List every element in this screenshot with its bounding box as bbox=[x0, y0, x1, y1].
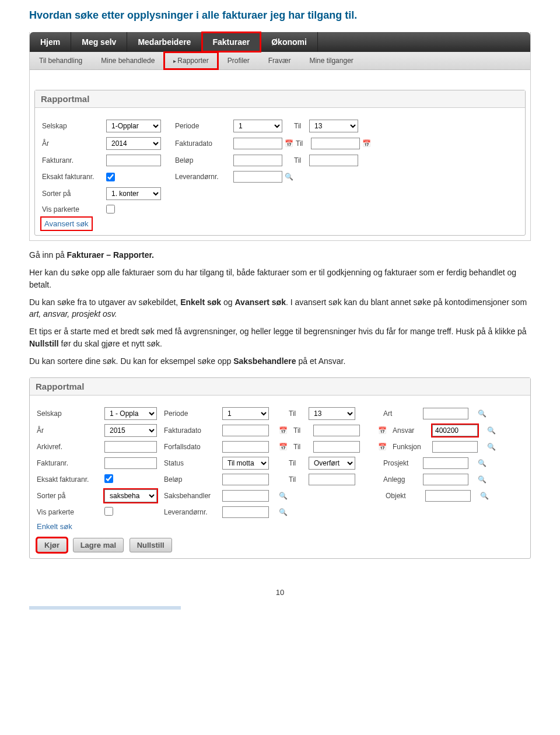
select-status-from[interactable]: Til motta bbox=[222, 457, 269, 470]
input-levnr[interactable] bbox=[233, 171, 282, 183]
link-enkelt-sok[interactable]: Enkelt søk bbox=[37, 522, 72, 531]
input-fakturanr[interactable] bbox=[106, 155, 161, 166]
input-levnr-2[interactable] bbox=[222, 506, 269, 518]
link-avansert-sok[interactable]: Avansert søk bbox=[42, 218, 91, 229]
checkbox-eksakt[interactable] bbox=[106, 173, 115, 181]
input-anlegg[interactable] bbox=[423, 474, 468, 485]
triangle-icon: ▸ bbox=[173, 58, 176, 64]
label-parkerte: Vis parkerte bbox=[42, 205, 106, 214]
search-icon[interactable]: 🔍 bbox=[480, 492, 489, 500]
input-objekt[interactable] bbox=[425, 490, 471, 502]
input-fdato-to-2[interactable] bbox=[313, 425, 360, 436]
calendar-icon[interactable]: 📅 bbox=[377, 426, 387, 435]
button-lagre-mal[interactable]: Lagre mal bbox=[73, 538, 124, 552]
input-saksbeh[interactable] bbox=[222, 490, 269, 502]
search-icon[interactable]: 🔍 bbox=[285, 173, 293, 181]
nav-medarbeidere[interactable]: Medarbeidere bbox=[127, 32, 202, 52]
nav-meg-selv[interactable]: Meg selv bbox=[71, 32, 127, 52]
sub-mine-tilganger[interactable]: Mine tilganger bbox=[300, 52, 362, 69]
sub-fravaer[interactable]: Fravær bbox=[259, 52, 300, 69]
checkbox-parkerte[interactable] bbox=[106, 205, 115, 214]
label-eksakt-2: Eksakt fakturanr. bbox=[37, 475, 101, 484]
label-til-1a: Til bbox=[294, 122, 309, 130]
label-selskap: Selskap bbox=[42, 122, 106, 130]
label-parkerte-2: Vis parkerte bbox=[37, 508, 101, 516]
search-icon[interactable]: 🔍 bbox=[487, 426, 496, 435]
label-forfall: Forfallsdato bbox=[164, 443, 219, 451]
input-ansvar[interactable] bbox=[432, 425, 478, 436]
footer-bar bbox=[29, 606, 181, 610]
label-status: Status bbox=[164, 459, 219, 467]
input-funksjon[interactable] bbox=[432, 441, 478, 453]
label-selskap-2: Selskap bbox=[37, 410, 101, 418]
label-til-1c: Til bbox=[294, 156, 309, 164]
paragraph-5: Du kan sortere dine søk. Du kan for ekse… bbox=[29, 355, 531, 367]
label-ar: År bbox=[42, 139, 106, 148]
calendar-icon[interactable]: 📅 bbox=[362, 139, 371, 148]
rapportmal-panel-1: Rapportmal Selskap 1-Opplar Periode 1 Ti… bbox=[34, 90, 526, 236]
label-til-2a: Til bbox=[289, 410, 305, 418]
input-fakturadato-to[interactable] bbox=[311, 138, 360, 149]
calendar-icon[interactable]: 📅 bbox=[278, 426, 288, 435]
select-status-to[interactable]: Overført bbox=[309, 457, 355, 470]
select-sorter-2[interactable]: saksbeha bbox=[104, 489, 157, 502]
select-periode-to-2[interactable]: 13 bbox=[309, 407, 355, 420]
input-fakturadato-from[interactable] bbox=[233, 138, 282, 149]
screenshot-panel-1: Hjem Meg selv Medarbeidere Fakturaer Øko… bbox=[29, 32, 531, 241]
paragraph-1: Gå inn på Fakturaer – Rapporter. bbox=[29, 249, 531, 261]
search-icon[interactable]: 🔍 bbox=[487, 443, 496, 451]
paragraph-4: Et tips er å starte med et bredt søk med… bbox=[29, 326, 531, 349]
label-fakturanr-2: Fakturanr. bbox=[37, 459, 101, 467]
input-belop-to[interactable] bbox=[309, 155, 358, 166]
label-anlegg: Anlegg bbox=[383, 475, 419, 484]
nav-hjem[interactable]: Hjem bbox=[30, 32, 71, 52]
label-sorter-2: Sorter på bbox=[37, 492, 101, 500]
select-periode-to[interactable]: 13 bbox=[309, 120, 358, 132]
search-icon[interactable]: 🔍 bbox=[478, 475, 487, 484]
sub-rapporter[interactable]: ▸Rapporter bbox=[164, 52, 218, 69]
main-nav: Hjem Meg selv Medarbeidere Fakturaer Øko… bbox=[30, 32, 530, 52]
calendar-icon[interactable]: 📅 bbox=[285, 139, 293, 148]
select-periode-from-2[interactable]: 1 bbox=[222, 407, 269, 420]
nav-okonomi[interactable]: Økonomi bbox=[261, 32, 318, 52]
page-title: Hvordan søke etter opplysninger i alle f… bbox=[29, 9, 531, 22]
button-nullstill[interactable]: Nullstill bbox=[130, 538, 172, 552]
input-fdato-from-2[interactable] bbox=[222, 425, 269, 436]
sub-rapporter-label: Rapporter bbox=[177, 57, 208, 65]
select-ar[interactable]: 2014 bbox=[106, 137, 161, 150]
select-sorter[interactable]: 1. konter bbox=[106, 187, 161, 200]
calendar-icon[interactable]: 📅 bbox=[278, 443, 288, 451]
input-arkivref[interactable] bbox=[104, 441, 157, 453]
input-belop-from-2[interactable] bbox=[222, 474, 269, 485]
select-periode-from[interactable]: 1 bbox=[233, 120, 282, 132]
checkbox-eksakt-2[interactable] bbox=[104, 474, 113, 483]
sub-profiler[interactable]: Profiler bbox=[218, 52, 259, 69]
calendar-icon[interactable]: 📅 bbox=[377, 443, 387, 451]
label-sorter: Sorter på bbox=[42, 190, 106, 198]
input-forfall-to[interactable] bbox=[313, 441, 360, 453]
input-fakturanr-2[interactable] bbox=[104, 457, 157, 469]
checkbox-parkerte-2[interactable] bbox=[104, 507, 113, 516]
label-periode-2: Periode bbox=[164, 410, 219, 418]
panel-header-2: Rapportmal bbox=[30, 378, 530, 396]
sub-mine-behandlede[interactable]: Mine behandlede bbox=[92, 52, 164, 69]
search-icon[interactable]: 🔍 bbox=[478, 410, 487, 418]
input-forfall-from[interactable] bbox=[222, 441, 269, 453]
input-art[interactable] bbox=[423, 408, 468, 419]
select-selskap[interactable]: 1-Opplar bbox=[106, 120, 161, 132]
search-icon[interactable]: 🔍 bbox=[278, 492, 288, 500]
label-funksjon: Funksjon bbox=[393, 443, 429, 451]
select-ar-2[interactable]: 2015 bbox=[104, 424, 157, 437]
sub-til-behandling[interactable]: Til behandling bbox=[30, 52, 92, 69]
label-art: Art bbox=[383, 410, 419, 418]
input-prosjekt[interactable] bbox=[423, 457, 468, 469]
select-selskap-2[interactable]: 1 - Oppla bbox=[104, 407, 157, 420]
button-kjor[interactable]: Kjør bbox=[37, 538, 67, 552]
paragraph-2: Her kan du søke opp alle fakturaer som d… bbox=[29, 267, 531, 290]
input-belop-to-2[interactable] bbox=[309, 474, 355, 485]
nav-fakturaer[interactable]: Fakturaer bbox=[202, 32, 261, 52]
input-belop-from[interactable] bbox=[233, 155, 282, 166]
label-prosjekt: Prosjekt bbox=[383, 459, 419, 467]
search-icon[interactable]: 🔍 bbox=[478, 459, 487, 467]
search-icon[interactable]: 🔍 bbox=[278, 508, 288, 516]
